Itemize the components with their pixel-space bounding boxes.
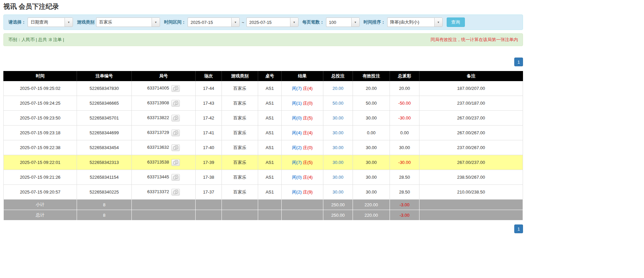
column-header-time: 时间 [4,71,77,81]
column-header-round-id: 局号 [132,71,196,81]
round-preview-icon-button[interactable] [171,130,180,136]
table-body: 2025-07-15 09:25:02522658347830633714005… [4,81,523,220]
table-row: 2025-07-15 09:23:18522658344699633713729… [4,126,523,140]
payout-value: -30.00 [398,115,411,120]
cell-valid-bet: 30.00 [353,140,390,155]
cell-session: 17-41 [196,126,222,140]
main-content: 视讯 会员下注纪录 请选择： ▼ 游戏类别 ▼ 时间区间： ▼ ~ ▼ 每页笔数… [3,0,523,233]
cell-total-payout: 0.00 [390,126,419,140]
cell-note: 210.00/238.50 [419,185,523,200]
round-preview-icon-button[interactable] [171,144,180,151]
payout-value: 20.00 [399,86,410,91]
total-bet-link[interactable]: 30.00 [332,189,344,195]
date-from-caret-button[interactable]: ▼ [231,18,240,27]
table-header-row: 时间注单编号局号场次游戏类别桌号结果总投注有效投注总派彩备注 [4,71,523,81]
result-player: 闲(7) [292,86,302,91]
cell-total-bet: 30.00 [323,185,353,200]
result-banker: 庄(4) [303,86,313,91]
page-number-button[interactable]: 1 [514,224,523,233]
cell-session: 17-37 [196,185,222,200]
query-type-caret-button[interactable]: ▼ [65,18,73,27]
round-preview-icon-button[interactable] [171,174,180,181]
query-type-select: ▼ [28,18,73,27]
result-player: 闲(7) [292,160,302,165]
table-row: 2025-07-15 09:24:25522658346665633713908… [4,96,523,111]
summary-label: 总计 [4,210,77,220]
round-preview-icon-button[interactable] [171,100,180,107]
date-to-caret-button[interactable]: ▼ [290,18,298,27]
cell-session: 17-44 [196,81,222,96]
sort-order-caret-button[interactable]: ▼ [434,18,443,27]
cell-game-type: 百家乐 [222,126,258,140]
total-bet-link[interactable]: 50.00 [332,101,344,106]
cell-valid-bet: 30.00 [353,185,390,200]
summary-empty-cell [258,210,282,220]
round-preview-icon-button[interactable] [171,115,180,121]
summary-empty-cell [132,210,196,220]
cell-note: 237.00/267.00 [419,140,523,155]
cell-total-payout: 28.50 [390,185,419,200]
chevron-down-icon: ▼ [155,21,157,24]
payout-value: -30.00 [398,160,411,165]
cell-bet-id: 522658347830 [77,81,132,96]
cell-total-bet: 30.00 [323,111,353,126]
table-row: 2025-07-15 09:22:38522658343454633713632… [4,140,523,155]
cell-time: 2025-07-15 09:23:50 [4,111,77,126]
query-type-input[interactable] [28,18,65,27]
cards-icon [173,175,178,179]
per-page-caret-button[interactable]: ▼ [351,18,360,27]
per-page-select: ▼ [326,18,360,27]
total-bet-link[interactable]: 30.00 [332,115,344,120]
date-from-input[interactable] [188,18,231,27]
bet-records-table: 时间注单编号局号场次游戏类别桌号结果总投注有效投注总派彩备注 2025-07-1… [3,71,523,220]
column-header-note: 备注 [419,71,523,81]
cell-table-no: AS1 [258,81,282,96]
summary-empty-cell [258,200,282,210]
per-page-input[interactable] [326,18,351,27]
round-id-text: 633713822 [147,115,169,120]
date-to-input[interactable] [246,18,290,27]
cell-table-no: AS1 [258,126,282,140]
table-row: 2025-07-15 09:25:02522658347830633714005… [4,81,523,96]
sort-order-input[interactable] [387,18,434,27]
cell-total-payout: 20.00 [390,81,419,96]
summary-empty-cell [282,210,323,220]
column-header-total-bet: 总投注 [323,71,353,81]
summary-count: 8 [77,210,132,220]
game-type-input[interactable] [96,18,152,27]
summary-total-payout: -3.00 [390,200,419,210]
cell-table-no: AS1 [258,96,282,111]
round-preview-icon-button[interactable] [171,159,180,166]
payout-value: 28.50 [399,189,410,195]
date-from-picker: ▼ [188,18,240,27]
game-type-caret-button[interactable]: ▼ [152,18,160,27]
total-bet-link[interactable]: 20.00 [332,86,344,91]
note-warning-text: 同局有效投注，统一计算在该局第一张注单内 [431,37,518,43]
result-player: 闲(0) [292,115,302,120]
cell-bet-id: 522658342313 [77,155,132,170]
cell-time: 2025-07-15 09:21:26 [4,170,77,185]
total-bet-link[interactable]: 30.00 [332,175,344,180]
date-to-picker: ▼ [246,18,298,27]
total-bet-link[interactable]: 30.00 [332,160,344,165]
cell-table-no: AS1 [258,185,282,200]
summary-valid-bet: 220.00 [353,200,390,210]
cell-result: 闲(1) 庄(0) [282,96,323,111]
search-button[interactable]: 查询 [447,18,465,27]
summary-row: 小计8250.00220.00-3.00 [4,200,523,210]
summary-empty-cell [132,200,196,210]
page-number-button[interactable]: 1 [514,58,523,66]
round-preview-icon-button[interactable] [171,189,180,196]
summary-empty-cell [222,210,258,220]
cell-bet-id: 522658343454 [77,140,132,155]
cell-bet-id: 522658346665 [77,96,132,111]
round-id-text: 633713445 [147,174,169,179]
cell-valid-bet: 0.00 [353,126,390,140]
cards-icon [173,190,178,194]
cards-icon [173,101,178,105]
total-bet-link[interactable]: 30.00 [332,145,344,150]
result-banker: 庄(5) [303,115,313,120]
total-bet-link[interactable]: 30.00 [332,130,344,135]
round-preview-icon-button[interactable] [171,85,180,92]
cell-round-id: 633713908 [132,96,196,111]
